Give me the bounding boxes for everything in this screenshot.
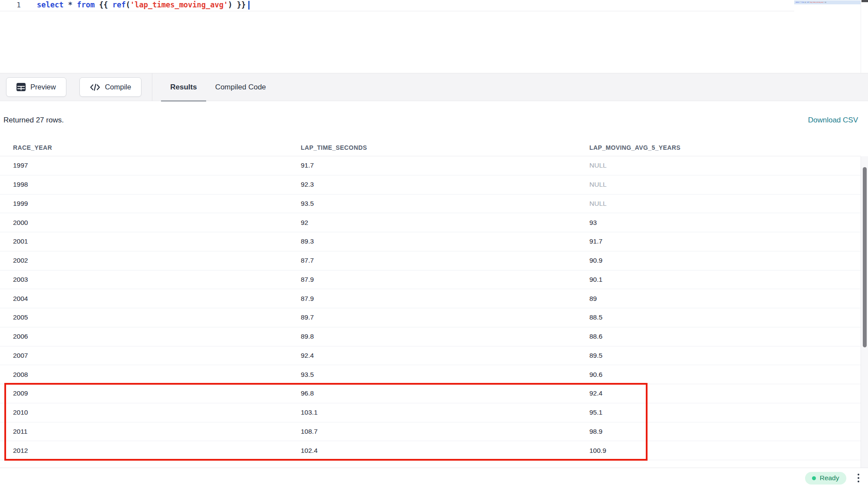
editor-active-line[interactable]: 1 select * from {{ ref('lap_times_moving… [0, 0, 794, 11]
compile-button-label: Compile [105, 83, 132, 91]
cell-race-year: 2006 [0, 333, 288, 340]
cell-lap-moving-avg: 90.6 [576, 371, 861, 379]
cell-lap-time-seconds: 108.7 [288, 428, 576, 435]
cell-race-year: 2011 [0, 428, 288, 435]
tab-compiled-code[interactable]: Compiled Code [206, 73, 275, 101]
table-row: 2011 108.7 98.9 [0, 422, 861, 442]
cell-lap-time-seconds: 92.4 [288, 352, 576, 359]
table-row: 2002 87.7 90.9 [0, 251, 861, 270]
tab-compiled-code-label: Compiled Code [215, 83, 266, 92]
tab-results-label: Results [170, 83, 197, 92]
table-row: 2010 103.1 95.1 [0, 403, 861, 422]
table-row: 1997 91.7 NULL [0, 156, 861, 175]
cell-race-year: 1999 [0, 200, 288, 208]
cell-lap-moving-avg: 90.1 [576, 276, 861, 284]
cell-race-year: 2004 [0, 295, 288, 303]
results-tabs: Results Compiled Code [161, 73, 275, 101]
table-row: 2008 93.5 90.6 [0, 365, 861, 384]
toolbar-divider [152, 73, 152, 101]
table-row: 2006 89.8 88.6 [0, 327, 861, 346]
cell-lap-moving-avg: NULL [576, 162, 861, 169]
code-tokens: select * from {{ ref('lap_times_moving_a… [37, 0, 246, 9]
editor-right-border [861, 0, 861, 73]
cell-race-year: 2012 [0, 447, 288, 455]
cell-lap-moving-avg: 98.9 [576, 428, 861, 435]
results-table-header: RACE_YEAR LAP_TIME_SECONDS LAP_MOVING_AV… [0, 139, 861, 156]
table-row: 2004 87.9 89 [0, 289, 861, 308]
table-scrollbar-thumb[interactable] [863, 167, 867, 347]
cell-race-year: 2008 [0, 371, 288, 379]
preview-button-label: Preview [30, 83, 56, 91]
cell-lap-moving-avg: NULL [576, 200, 861, 208]
cell-lap-time-seconds: 87.9 [288, 295, 576, 303]
row-count-summary: Returned 27 rows. [3, 116, 64, 125]
status-badge: Ready [805, 472, 846, 485]
cell-lap-moving-avg: 89 [576, 295, 861, 303]
tab-results[interactable]: Results [161, 73, 206, 101]
table-row: 2009 96.8 92.4 [0, 384, 861, 403]
compile-button[interactable]: Compile [79, 77, 142, 97]
cell-lap-moving-avg: NULL [576, 181, 861, 188]
results-toolbar: Preview Compile Results Compiled Code [0, 73, 868, 101]
table-scrollbar-track[interactable] [861, 156, 868, 468]
cell-lap-moving-avg: 93 [576, 219, 861, 227]
cell-lap-time-seconds: 87.7 [288, 257, 576, 264]
cell-lap-moving-avg: 88.5 [576, 313, 861, 321]
cell-race-year: 2000 [0, 219, 288, 227]
cell-lap-moving-avg: 91.7 [576, 237, 861, 245]
cell-lap-time-seconds: 93.5 [288, 371, 576, 379]
table-grid-icon [16, 83, 26, 91]
results-meta-bar: Returned 27 rows. Download CSV [0, 102, 868, 139]
cell-race-year: 1998 [0, 181, 288, 188]
code-content[interactable]: select * from {{ ref('lap_times_moving_a… [37, 0, 250, 10]
preview-button[interactable]: Preview [6, 77, 66, 97]
cell-lap-moving-avg: 90.9 [576, 257, 861, 264]
dbt-ide-screen: 1 select * from {{ ref('lap_times_moving… [0, 0, 868, 488]
cell-lap-moving-avg: 89.5 [576, 352, 861, 359]
cell-race-year: 2003 [0, 276, 288, 284]
table-row: 1999 93.5 NULL [0, 195, 861, 214]
status-bar: Ready [0, 468, 868, 488]
cell-lap-time-seconds: 87.9 [288, 276, 576, 284]
cell-lap-time-seconds: 92.3 [288, 181, 576, 188]
cell-race-year: 2009 [0, 389, 288, 397]
code-brackets-icon [90, 83, 100, 91]
cell-lap-time-seconds: 89.7 [288, 313, 576, 321]
status-badge-label: Ready [820, 474, 839, 482]
cell-lap-time-seconds: 92 [288, 219, 576, 227]
cell-lap-time-seconds: 91.7 [288, 162, 576, 169]
cell-lap-moving-avg: 95.1 [576, 409, 861, 416]
cell-race-year: 2007 [0, 352, 288, 359]
download-csv-link[interactable]: Download CSV [808, 116, 858, 125]
cell-lap-time-seconds: 96.8 [288, 389, 576, 397]
results-table: RACE_YEAR LAP_TIME_SECONDS LAP_MOVING_AV… [0, 139, 868, 468]
table-row: 2005 89.7 88.5 [0, 308, 861, 327]
cell-lap-time-seconds: 103.1 [288, 409, 576, 416]
cell-lap-time-seconds: 93.5 [288, 200, 576, 208]
kebab-menu-icon[interactable] [855, 472, 862, 485]
column-header-lap-time-seconds: LAP_TIME_SECONDS [288, 144, 576, 151]
sql-editor[interactable]: 1 select * from {{ ref('lap_times_moving… [0, 0, 868, 73]
cell-race-year: 2002 [0, 257, 288, 264]
table-row: 2012 102.4 100.9 [0, 441, 861, 460]
cell-lap-time-seconds: 102.4 [288, 447, 576, 455]
line-number: 1 [0, 1, 21, 9]
editor-minimap[interactable]: select * from {{ ref('lap_times_moving_a… [794, 0, 861, 73]
column-header-race-year: RACE_YEAR [0, 144, 288, 151]
text-cursor [248, 1, 250, 10]
cell-race-year: 2005 [0, 313, 288, 321]
table-row: 2007 92.4 89.5 [0, 346, 861, 366]
table-row: 1998 92.3 NULL [0, 175, 861, 195]
green-dot-icon [812, 476, 816, 480]
column-header-lap-moving-avg: LAP_MOVING_AVG_5_YEARS [576, 144, 861, 151]
cell-lap-moving-avg: 88.6 [576, 333, 861, 340]
cell-lap-time-seconds: 89.3 [288, 237, 576, 245]
minimap-code: select * from {{ ref('lap_times_moving_a… [794, 0, 861, 4]
cell-race-year: 1997 [0, 162, 288, 169]
cell-lap-time-seconds: 89.8 [288, 333, 576, 340]
cell-lap-moving-avg: 100.9 [576, 447, 861, 455]
editor-scrollbar-thumb[interactable] [861, 0, 868, 2]
table-row: 2000 92 93 [0, 213, 861, 232]
cell-race-year: 2001 [0, 237, 288, 245]
cell-race-year: 2010 [0, 409, 288, 416]
